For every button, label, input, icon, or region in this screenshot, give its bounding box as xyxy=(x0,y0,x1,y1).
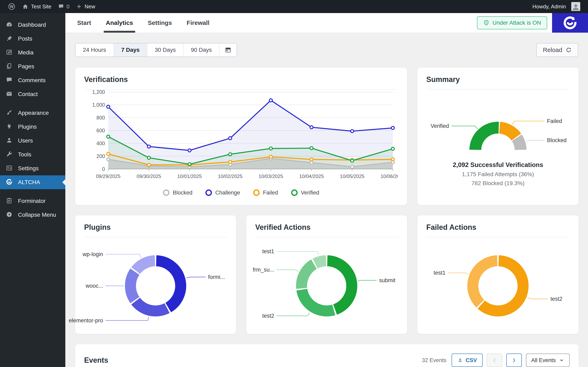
legend-label: Challenge xyxy=(215,190,240,196)
summary-successful: 2,092 Successful Verifications xyxy=(426,161,570,169)
range-7-days[interactable]: 7 Days xyxy=(113,43,147,57)
svg-text:1,200: 1,200 xyxy=(92,90,105,95)
sidebar-item-comments[interactable]: Comments xyxy=(0,73,65,87)
media-icon xyxy=(6,49,13,57)
sidebar-item-posts[interactable]: Posts xyxy=(0,32,65,46)
sidebar-item-label: Dashboard xyxy=(18,22,46,28)
csv-label: CSV xyxy=(466,357,477,364)
legend-item-verified[interactable]: Verified xyxy=(291,189,319,196)
tab-firewall[interactable]: Firewall xyxy=(185,13,212,33)
plug-icon xyxy=(6,123,13,131)
sidebar-item-label: Collapse Menu xyxy=(18,212,56,218)
dashboard-icon xyxy=(6,21,13,29)
legend-item-blocked[interactable]: Blocked xyxy=(163,189,192,196)
admin-bar-right: Howdy, Admin xyxy=(529,0,588,13)
range-label: 24 Hours xyxy=(83,47,106,53)
legend-item-failed[interactable]: Failed xyxy=(253,189,278,196)
altcha-logo-button[interactable] xyxy=(552,13,588,33)
csv-export-button[interactable]: CSV xyxy=(452,354,483,367)
admin-bar-left: W Test Site 0 New xyxy=(0,0,98,13)
svg-text:400: 400 xyxy=(96,141,105,146)
comment-bubble-icon xyxy=(58,3,64,9)
wordpress-logo-menu[interactable]: W xyxy=(4,0,19,13)
sidebar-item-dashboard[interactable]: Dashboard xyxy=(0,18,65,32)
legend-item-challenge[interactable]: Challenge xyxy=(205,189,240,196)
new-content-menu[interactable]: New xyxy=(73,0,98,13)
sidebar-item-media[interactable]: Media xyxy=(0,46,65,59)
sidebar-item-plugins[interactable]: Plugins xyxy=(0,120,65,134)
svg-text:10/02/2025: 10/02/2025 xyxy=(218,174,242,179)
pages-icon xyxy=(6,63,13,70)
tab-start[interactable]: Start xyxy=(75,13,93,33)
toolbar: 24 Hours7 Days30 Days90 Days Reload xyxy=(75,43,578,57)
svg-text:Verified: Verified xyxy=(431,123,449,129)
svg-text:formi...: formi... xyxy=(208,274,225,280)
chevron-left-icon xyxy=(492,358,497,363)
svg-text:10/01/2025: 10/01/2025 xyxy=(177,174,202,179)
sidebar-item-label: Appearance xyxy=(18,110,49,116)
tab-settings[interactable]: Settings xyxy=(146,13,174,33)
plugins-card: Plugins formi...elementor-prowooc...wp-l… xyxy=(75,215,236,334)
failed-actions-donut-chart: test2test1 xyxy=(426,243,570,328)
sidebar-item-label: Users xyxy=(18,137,33,144)
sidebar-item-collapse-menu[interactable]: Collapse Menu xyxy=(0,208,65,222)
events-header: Events 32 Events CSV xyxy=(84,354,570,367)
altcha-logo-icon xyxy=(562,15,578,31)
reload-button[interactable]: Reload xyxy=(536,43,578,57)
events-card: Events 32 Events CSV xyxy=(75,344,579,367)
svg-text:test1: test1 xyxy=(433,270,445,276)
summary-card: Summary VerifiedFailedBlocked 2,092 Succ… xyxy=(417,67,579,205)
range-30-days[interactable]: 30 Days xyxy=(147,43,183,57)
range-24-hours[interactable]: 24 Hours xyxy=(76,43,113,57)
events-filter-select[interactable]: All Events xyxy=(526,354,570,367)
verifications-card: Verifications 02004006008001,0001,20009/… xyxy=(75,67,407,205)
chevron-down-icon xyxy=(559,358,564,363)
collapse-icon xyxy=(6,211,13,219)
svg-text:200: 200 xyxy=(96,153,105,159)
sidebar-item-users[interactable]: Users xyxy=(0,134,65,148)
my-account-menu[interactable]: Howdy, Admin xyxy=(529,0,584,13)
failed-actions-title: Failed Actions xyxy=(426,223,570,232)
svg-text:Failed: Failed xyxy=(547,118,562,124)
sidebar-item-label: Posts xyxy=(18,35,32,42)
custom-range-calendar-button[interactable] xyxy=(219,43,237,57)
tab-label: Settings xyxy=(148,19,172,26)
sidebar-item-label: Media xyxy=(18,49,34,56)
sidebar-item-tools[interactable]: Tools xyxy=(0,148,65,161)
sidebar-item-altcha[interactable]: ALTCHA xyxy=(0,175,65,189)
sidebar-item-appearance[interactable]: Appearance xyxy=(0,106,65,120)
donut-wrap: test2test1 xyxy=(426,243,570,328)
site-name-menu[interactable]: Test Site xyxy=(19,0,55,13)
wrench-icon xyxy=(6,151,13,158)
legend-label: Verified xyxy=(301,190,319,196)
svg-text:W: W xyxy=(10,4,14,9)
avatar xyxy=(571,2,580,11)
brush-icon xyxy=(6,109,13,117)
new-label: New xyxy=(85,3,95,10)
altcha-analytics-page: W Test Site 0 New Howdy, Admin Dashboard… xyxy=(0,0,588,367)
tab-analytics[interactable]: Analytics xyxy=(104,13,135,33)
next-page-button[interactable] xyxy=(506,354,522,367)
sidebar-item-forminator[interactable]: Forminator xyxy=(0,194,65,208)
legend-ring-icon xyxy=(163,189,169,196)
sidebar-item-pages[interactable]: Pages xyxy=(0,59,65,73)
sidebar-item-label: Pages xyxy=(18,63,34,70)
events-title: Events xyxy=(84,356,108,365)
altcha-icon xyxy=(6,178,13,186)
main-area: StartAnalyticsSettingsFirewall Under Att… xyxy=(65,13,588,367)
summary-gauge-chart: VerifiedFailedBlocked xyxy=(426,95,570,156)
svg-text:wooc...: wooc... xyxy=(85,283,103,289)
divider xyxy=(84,237,227,237)
comments-menu[interactable]: 0 xyxy=(55,0,73,13)
chevron-right-icon xyxy=(511,358,517,363)
under-attack-button[interactable]: Under Attack is ON xyxy=(477,16,547,29)
svg-text:test2: test2 xyxy=(550,296,562,302)
range-90-days[interactable]: 90 Days xyxy=(183,43,219,57)
failed-actions-card: Failed Actions test2test1 xyxy=(417,215,579,334)
pin-icon xyxy=(6,35,13,43)
prev-page-button[interactable] xyxy=(487,354,502,367)
svg-text:Blocked: Blocked xyxy=(547,137,567,143)
sidebar-item-contact[interactable]: Contact xyxy=(0,87,65,101)
sidebar-item-settings[interactable]: Settings xyxy=(0,161,65,175)
plugin-header: StartAnalyticsSettingsFirewall Under Att… xyxy=(65,13,588,33)
